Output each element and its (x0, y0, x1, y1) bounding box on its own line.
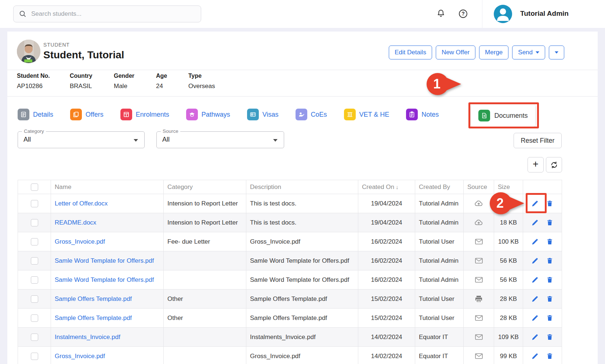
document-link[interactable]: Samle Word Template for Offers.pdf (55, 257, 154, 264)
created-on-cell: 19/04/2024 (358, 194, 415, 213)
category-cell: Intension to Report Letter (164, 213, 246, 232)
delete-icon[interactable] (546, 276, 554, 284)
document-link[interactable]: README.docx (55, 219, 96, 226)
delete-icon[interactable] (546, 256, 554, 265)
header-created-on[interactable]: Created On↓ (358, 180, 415, 194)
created-on-cell: 14/02/2024 (358, 347, 415, 364)
document-link[interactable]: Sample Offers Template.pdf (55, 295, 132, 302)
document-link[interactable]: Instalments_Invoice.pdf (55, 334, 120, 341)
delete-icon[interactable] (546, 352, 554, 361)
size-cell: 18 KB (494, 213, 523, 232)
header-size[interactable]: Size (494, 180, 523, 194)
delete-icon[interactable] (546, 295, 554, 303)
select-all-checkbox[interactable] (31, 183, 38, 191)
document-link[interactable]: Gross_Invoice.pdf (55, 238, 105, 245)
table-row: Gross_Invoice.pdf Gross_Invoice.pdf 14/0… (18, 347, 562, 364)
tab-notes[interactable]: Notes (406, 109, 439, 120)
created-by-cell: Tutorial Admin (415, 194, 464, 213)
offers-icon (70, 109, 82, 120)
tab-offers[interactable]: Offers (70, 109, 104, 120)
edit-icon[interactable] (530, 295, 539, 303)
edit-icon[interactable] (530, 237, 539, 246)
size-cell: 56 KB (494, 270, 523, 290)
user-name[interactable]: Tutorial Admin (520, 10, 569, 18)
delete-icon[interactable] (546, 333, 554, 342)
tab-pathways[interactable]: Pathways (186, 109, 230, 120)
info-gender: GenderMale (114, 73, 134, 90)
delete-icon[interactable] (546, 199, 554, 208)
email-icon (474, 313, 483, 323)
document-link[interactable]: Letter of Offer.docx (55, 200, 108, 207)
tab-visas[interactable]: Visas (247, 109, 279, 120)
description-cell: Gross_Invoice.pdf (246, 232, 358, 251)
size-cell: 99 KB (494, 347, 523, 364)
add-document-button[interactable]: + (528, 157, 544, 172)
tab-coes[interactable]: CoEs (296, 109, 327, 120)
row-checkbox[interactable] (31, 257, 38, 265)
tab-vet-he[interactable]: VET & HE (344, 109, 390, 120)
enrolments-icon (120, 109, 132, 120)
row-checkbox[interactable] (31, 238, 38, 245)
header-category[interactable]: Category (164, 180, 246, 194)
row-checkbox[interactable] (31, 334, 38, 341)
size-cell: 109 KB (494, 328, 523, 347)
search-input[interactable]: Search students... (13, 6, 201, 22)
edit-icon[interactable] (530, 352, 539, 361)
cloud-upload-icon (474, 199, 483, 208)
header-name[interactable]: Name (51, 180, 164, 194)
created-on-cell: 16/02/2024 (358, 232, 415, 251)
chevron-down-icon (555, 51, 558, 54)
tab-enrolments[interactable]: Enrolments (120, 109, 169, 120)
row-checkbox[interactable] (31, 219, 38, 226)
notifications-bell-icon[interactable] (435, 8, 446, 19)
search-icon (19, 10, 26, 18)
refresh-button[interactable] (546, 157, 562, 172)
document-link[interactable]: Sample Offers Template.pdf (55, 314, 132, 321)
header-created-by[interactable]: Created By (415, 180, 464, 194)
tab-documents[interactable]: Documents (471, 105, 535, 127)
user-avatar[interactable] (494, 5, 512, 23)
document-link[interactable]: Samle Word Template for Offers.pdf (55, 276, 154, 283)
row-checkbox[interactable] (31, 353, 38, 360)
pathways-icon (186, 109, 198, 120)
category-cell: Intension to Report Letter (164, 194, 246, 213)
edit-icon[interactable] (530, 218, 539, 227)
category-select[interactable]: Category All (18, 131, 145, 148)
send-button[interactable]: Send (512, 46, 545, 59)
edit-icon[interactable] (530, 199, 539, 208)
delete-icon[interactable] (546, 314, 554, 323)
info-type: TypeOverseas (188, 73, 215, 90)
vet-he-icon (344, 109, 356, 120)
student-photo (17, 40, 40, 63)
merge-button[interactable]: Merge (479, 46, 508, 59)
row-checkbox[interactable] (31, 276, 38, 284)
tab-details[interactable]: Details (18, 109, 53, 120)
header-description[interactable]: Description (246, 180, 358, 194)
edit-icon[interactable] (530, 276, 539, 284)
delete-icon[interactable] (546, 237, 554, 246)
tab-bar: Details Offers Enrolments Pathways Visas (18, 105, 439, 124)
created-on-cell: 16/02/2024 (358, 270, 415, 290)
row-checkbox[interactable] (31, 200, 38, 207)
edit-icon[interactable] (530, 333, 539, 342)
edit-icon[interactable] (530, 256, 539, 265)
delete-icon[interactable] (546, 218, 554, 227)
row-checkbox[interactable] (31, 295, 38, 303)
documents-table: Name Category Description Created On↓ Cr… (18, 180, 562, 364)
edit-details-button[interactable]: Edit Details (389, 46, 432, 59)
description-cell: This is test docs. (246, 194, 358, 213)
visas-icon (247, 109, 259, 120)
source-select[interactable]: Source All (156, 131, 284, 148)
reset-filter-button[interactable]: Reset Filter (514, 133, 562, 148)
info-age: Age24 (156, 73, 167, 90)
document-link[interactable]: Gross_Invoice.pdf (55, 353, 105, 360)
header-source[interactable]: Source (464, 180, 494, 194)
divider (7, 70, 598, 70)
help-icon[interactable]: ? (457, 8, 468, 19)
more-actions-button[interactable] (549, 46, 564, 59)
row-checkbox[interactable] (31, 314, 38, 322)
new-offer-button[interactable]: New Offer (436, 46, 475, 59)
sort-desc-icon: ↓ (396, 184, 399, 190)
description-cell: Samle Word Template for Offers.pdf (246, 251, 358, 270)
edit-icon[interactable] (530, 314, 539, 323)
